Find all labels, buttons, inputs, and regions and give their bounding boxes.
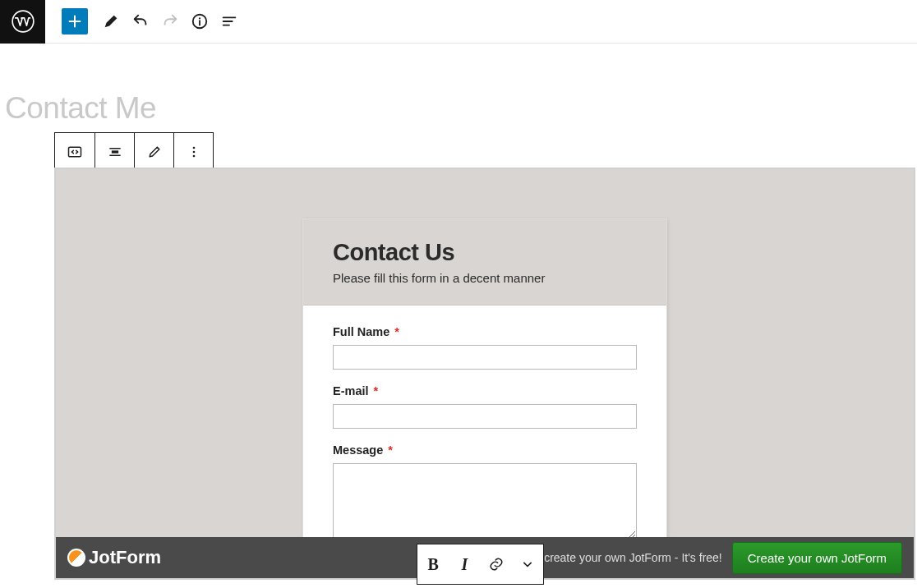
svg-point-7 bbox=[192, 155, 195, 158]
email-input[interactable] bbox=[333, 404, 637, 429]
jotform-card: Contact Us Please fill this form in a de… bbox=[302, 218, 667, 578]
form-title: Contact Us bbox=[333, 239, 637, 266]
editor-top-toolbar bbox=[0, 0, 917, 44]
svg-rect-4 bbox=[111, 150, 118, 153]
redo-button[interactable] bbox=[155, 7, 185, 36]
field-label-text: Message bbox=[333, 443, 383, 457]
listview-button[interactable] bbox=[214, 7, 244, 36]
embedded-block[interactable]: Contact Us Please fill this form in a de… bbox=[54, 168, 915, 580]
add-block-button[interactable] bbox=[62, 8, 88, 34]
field-label: Message* bbox=[333, 443, 637, 457]
jotform-brand-text: JotForm bbox=[89, 547, 161, 568]
message-textarea[interactable] bbox=[333, 463, 637, 539]
info-button[interactable] bbox=[185, 7, 214, 36]
link-button[interactable] bbox=[481, 544, 512, 584]
form-header: Contact Us Please fill this form in a de… bbox=[303, 219, 666, 305]
field-label: E-mail* bbox=[333, 384, 637, 397]
svg-rect-3 bbox=[69, 147, 81, 157]
required-mark: * bbox=[394, 325, 399, 338]
jotform-promo-text: Now create your own JotForm - It's free! bbox=[518, 551, 722, 564]
form-body: Full Name* E-mail* Message* bbox=[303, 305, 666, 562]
link-icon bbox=[488, 556, 505, 572]
bold-icon: B bbox=[427, 555, 438, 574]
jotform-logo[interactable]: JotForm bbox=[67, 547, 161, 568]
inline-format-toolbar: B I bbox=[417, 544, 544, 585]
required-mark: * bbox=[388, 443, 393, 457]
block-edit-button[interactable] bbox=[134, 133, 173, 171]
block-toolbar bbox=[54, 132, 214, 172]
redo-icon bbox=[161, 12, 179, 30]
svg-point-0 bbox=[12, 11, 34, 32]
create-jotform-button[interactable]: Create your own JotForm bbox=[732, 542, 902, 574]
top-tools-group bbox=[45, 7, 244, 36]
wordpress-logo[interactable] bbox=[0, 0, 45, 44]
field-email: E-mail* bbox=[333, 384, 637, 429]
italic-icon: I bbox=[461, 555, 468, 574]
block-more-button[interactable] bbox=[173, 133, 213, 171]
chevron-down-icon bbox=[519, 556, 536, 572]
plus-icon bbox=[66, 12, 84, 30]
field-full-name: Full Name* bbox=[333, 325, 637, 370]
italic-button[interactable]: I bbox=[449, 544, 480, 584]
info-icon bbox=[191, 12, 209, 30]
svg-point-2 bbox=[199, 17, 200, 19]
wordpress-icon bbox=[12, 10, 35, 33]
listview-icon bbox=[220, 12, 238, 30]
bold-button[interactable]: B bbox=[417, 544, 449, 584]
pencil-icon bbox=[146, 144, 163, 160]
more-format-button[interactable] bbox=[512, 544, 543, 584]
block-align-button[interactable] bbox=[94, 133, 134, 171]
full-name-input[interactable] bbox=[333, 345, 637, 370]
kebab-icon bbox=[186, 144, 202, 160]
tools-pen-button[interactable] bbox=[96, 7, 126, 36]
block-type-button[interactable] bbox=[55, 133, 94, 171]
field-label: Full Name* bbox=[333, 325, 637, 338]
editor-body: Contact Me Contact Us Please fill this f… bbox=[0, 44, 917, 580]
form-subtitle: Please fill this form in a decent manner bbox=[333, 271, 637, 285]
pen-icon bbox=[102, 12, 120, 30]
field-label-text: Full Name bbox=[333, 325, 389, 338]
undo-button[interactable] bbox=[126, 7, 155, 36]
required-mark: * bbox=[374, 384, 379, 397]
svg-point-6 bbox=[192, 151, 195, 154]
undo-icon bbox=[131, 12, 150, 30]
jotform-icon bbox=[67, 549, 85, 567]
field-label-text: E-mail bbox=[333, 384, 369, 397]
svg-point-5 bbox=[192, 147, 195, 149]
field-message: Message* bbox=[333, 443, 637, 542]
page-title[interactable]: Contact Me bbox=[0, 93, 917, 125]
align-icon bbox=[107, 144, 123, 160]
html-icon bbox=[67, 144, 83, 160]
